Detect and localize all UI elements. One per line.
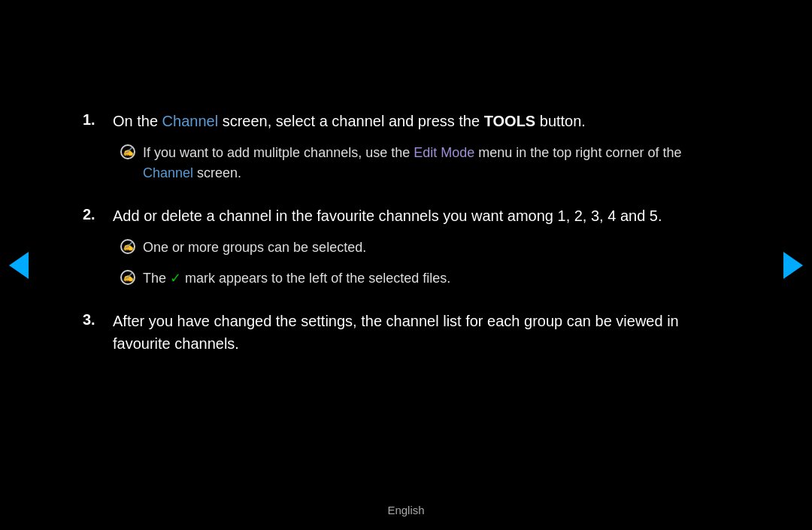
content-area: 1. On the Channel screen, select a chann… (0, 0, 812, 530)
step-2-content: Add or delete a channel in the favourite… (113, 204, 729, 289)
step-2-note-2: ✍ The ✓ mark appears to the left of the … (113, 268, 729, 289)
step-2: 2. Add or delete a channel in the favour… (83, 204, 729, 289)
note-icon-3: ✍ (120, 270, 135, 285)
note-icon-2: ✍ (120, 239, 135, 254)
step-1-note-1: ✍ If you want to add mulitple channels, … (113, 143, 729, 183)
main-content: 1. On the Channel screen, select a chann… (83, 80, 729, 406)
step-2-note-1: ✍ One or more groups can be selected. (113, 238, 729, 258)
edit-mode-link: Edit Mode (414, 145, 474, 160)
step-1-number: 1. (83, 110, 113, 129)
step-2-number: 2. (83, 204, 113, 223)
channel-link-2: Channel (143, 165, 193, 180)
footer-language: English (0, 504, 812, 516)
step-3: 3. After you have changed the settings, … (83, 310, 729, 355)
step-1-note-1-text: If you want to add mulitple channels, us… (143, 143, 729, 183)
tools-bold: TOOLS (484, 113, 536, 129)
step-1-content: On the Channel screen, select a channel … (113, 110, 729, 183)
channel-link-1: Channel (162, 113, 219, 129)
step-2-note-1-text: One or more groups can be selected. (143, 238, 729, 258)
step-2-note-2-text: The ✓ mark appears to the left of the se… (143, 268, 729, 289)
step-1: 1. On the Channel screen, select a chann… (83, 110, 729, 183)
checkmark-icon: ✓ (170, 271, 181, 286)
nav-arrow-right[interactable] (783, 252, 803, 279)
step-3-content: After you have changed the settings, the… (113, 310, 729, 355)
nav-arrow-left[interactable] (9, 252, 29, 279)
note-icon-1: ✍ (120, 144, 135, 159)
step-3-number: 3. (83, 310, 113, 329)
